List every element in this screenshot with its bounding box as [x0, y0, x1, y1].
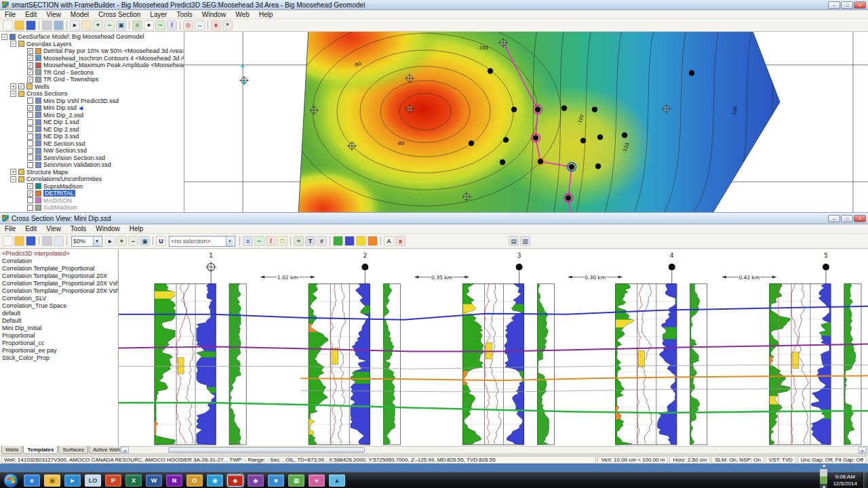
- tree-checkbox[interactable]: [27, 98, 33, 104]
- tree-item[interactable]: NE Dip 1.ssd: [0, 119, 184, 126]
- template-list-item[interactable]: Correlation_SLV: [0, 295, 118, 302]
- tray-show-hidden-icon[interactable]: ▴: [820, 462, 827, 469]
- tree-checkbox[interactable]: ✓: [27, 48, 33, 54]
- template-list-item[interactable]: default: [0, 310, 118, 317]
- taskbar-browser-globe-icon[interactable]: ◉: [207, 474, 223, 487]
- tree-checkbox[interactable]: [27, 197, 33, 203]
- fill-blue-toggle-icon[interactable]: [344, 236, 355, 246]
- menu-edit[interactable]: Edit: [20, 224, 41, 233]
- layers-icon[interactable]: ≡: [132, 20, 142, 30]
- taskbar-word-icon[interactable]: W: [146, 474, 162, 487]
- panel-toggle-right-icon[interactable]: ▥: [520, 236, 530, 246]
- menu-tools[interactable]: Tools: [66, 224, 91, 233]
- tab-wells[interactable]: Wells: [1, 446, 22, 454]
- tray-network-icon[interactable]: ▮: [820, 484, 827, 488]
- map-well[interactable]: [535, 106, 540, 112]
- taskbar-outlook-icon[interactable]: O: [186, 474, 203, 487]
- well-symbol-dot[interactable]: [823, 264, 829, 270]
- horizon-edit-icon[interactable]: ~: [254, 236, 264, 246]
- taskbar-geographix-icon[interactable]: ◆: [227, 474, 243, 487]
- taskbar-powerpoint-icon[interactable]: P: [105, 474, 121, 487]
- template-list-item[interactable]: Proportional_cc: [0, 340, 118, 347]
- tvd-toggle-icon[interactable]: T: [305, 236, 315, 246]
- taskbar-media-player-icon[interactable]: ►: [64, 474, 81, 487]
- menu-tools[interactable]: Tools: [172, 10, 197, 18]
- tree-item[interactable]: NE Dip 3.ssd: [0, 133, 184, 140]
- tree-checkbox[interactable]: ✓: [27, 183, 33, 189]
- map-well[interactable]: [511, 106, 517, 112]
- tree-item[interactable]: ✓DETRITAL: [0, 190, 184, 197]
- tree-item[interactable]: NW Section.ssd: [0, 147, 184, 155]
- panel-toggle-left-icon[interactable]: ▤: [509, 236, 519, 246]
- taskbar-office-icon[interactable]: LO: [85, 474, 101, 487]
- template-list-item[interactable]: Correlation Template_Proportional: [0, 265, 118, 272]
- map-well[interactable]: [488, 68, 493, 74]
- menu-layer[interactable]: Layer: [145, 10, 172, 18]
- tree-item[interactable]: ✓Mini Dip.ssd◀: [0, 104, 184, 112]
- map-view[interactable]: -80-80-100-100-120-120: [184, 32, 868, 212]
- menu-view[interactable]: View: [41, 10, 66, 18]
- zoom-in-icon[interactable]: +: [93, 20, 103, 30]
- grid-toggle-icon[interactable]: #: [317, 236, 327, 246]
- structure-map-canvas[interactable]: -80-80-100-100-120-120: [184, 32, 868, 212]
- tree-checkbox[interactable]: [27, 126, 33, 132]
- save-icon[interactable]: [26, 20, 36, 30]
- tree-checkbox[interactable]: ✓: [18, 83, 24, 89]
- menu-window[interactable]: Window: [91, 224, 125, 233]
- tree-item[interactable]: −Cross Sections: [0, 90, 184, 98]
- tree-item[interactable]: NE Dip 2.ssd: [0, 126, 184, 134]
- taskbar-app-purple-icon[interactable]: ◆: [248, 474, 264, 487]
- menu-edit[interactable]: Edit: [20, 10, 41, 18]
- tree-item[interactable]: −GeoSurface Model: Big Moosehead Geomode…: [0, 33, 184, 41]
- map-well[interactable]: [595, 163, 601, 169]
- tree-checkbox[interactable]: ✓: [27, 55, 33, 61]
- fault-tool-icon[interactable]: /: [266, 236, 276, 246]
- taskbar-excel-icon[interactable]: X: [125, 474, 142, 487]
- delete-pick-icon[interactable]: x: [395, 236, 406, 246]
- zoom-select[interactable]: 50% ▾: [71, 236, 102, 247]
- zoom-in-icon[interactable]: +: [117, 236, 127, 246]
- fill-green-toggle-icon[interactable]: [333, 236, 343, 246]
- menu-help[interactable]: Help: [125, 224, 149, 233]
- map-well[interactable]: [569, 164, 574, 169]
- open-folder-icon[interactable]: [14, 20, 24, 30]
- tree-expander[interactable]: −: [10, 176, 16, 182]
- template-list-item[interactable]: Correlation Template_Proportional 20X Vs…: [0, 280, 118, 287]
- map-well[interactable]: [592, 106, 597, 112]
- tree-checkbox[interactable]: [27, 140, 33, 146]
- template-list-item[interactable]: <Predict3D interpolated>: [0, 250, 118, 258]
- tree-expander[interactable]: +: [10, 83, 16, 89]
- section-minimize-button[interactable]: –: [828, 215, 840, 222]
- taskbar-photo-viewer-icon[interactable]: ●: [309, 474, 325, 487]
- cross-section-canvas[interactable]: 123451.02 km0.35 km0.30 km0.42 km: [119, 249, 868, 446]
- section-close-button[interactable]: ×: [854, 215, 866, 222]
- tree-expander[interactable]: −: [10, 91, 16, 97]
- tree-checkbox[interactable]: ✓: [27, 62, 33, 68]
- template-list-item[interactable]: Correlation_True Space: [0, 302, 118, 310]
- map-well[interactable]: [597, 134, 603, 140]
- menu-file[interactable]: File: [0, 224, 20, 233]
- pan-icon[interactable]: [81, 20, 92, 30]
- map-well[interactable]: [689, 70, 694, 76]
- map-well[interactable]: [503, 137, 509, 142]
- template-list-item[interactable]: Proportional: [0, 332, 118, 340]
- template-list-item[interactable]: Mini Dip_Initial: [0, 325, 118, 332]
- map-well[interactable]: [469, 140, 474, 146]
- taskbar-app-teal-icon[interactable]: ▲: [329, 474, 345, 487]
- tree-item[interactable]: SeisVision Section.ssd: [0, 155, 184, 162]
- wells-icon[interactable]: ●: [144, 20, 154, 30]
- erase-pick-icon[interactable]: □: [277, 236, 288, 246]
- zoom-out-icon[interactable]: −: [104, 20, 115, 30]
- tree-checkbox[interactable]: [27, 148, 33, 154]
- tab-active-well[interactable]: Active Well: [89, 446, 123, 454]
- save-section-icon[interactable]: [26, 236, 36, 246]
- menu-web[interactable]: Web: [231, 10, 254, 18]
- contour-tool-icon[interactable]: ~: [155, 20, 165, 30]
- section-titlebar[interactable]: Cross Section View: Mini Dip.ssd – □ ×: [0, 213, 868, 224]
- tree-item[interactable]: MADISON: [0, 197, 184, 205]
- tree-checkbox[interactable]: ✓: [27, 105, 33, 111]
- menu-view[interactable]: View: [41, 224, 66, 233]
- map-well[interactable]: [566, 195, 571, 201]
- template-list-item[interactable]: Correlation Template_Proportional 20X: [0, 272, 118, 280]
- tree-item[interactable]: −Correlations/Unconformities: [0, 176, 184, 183]
